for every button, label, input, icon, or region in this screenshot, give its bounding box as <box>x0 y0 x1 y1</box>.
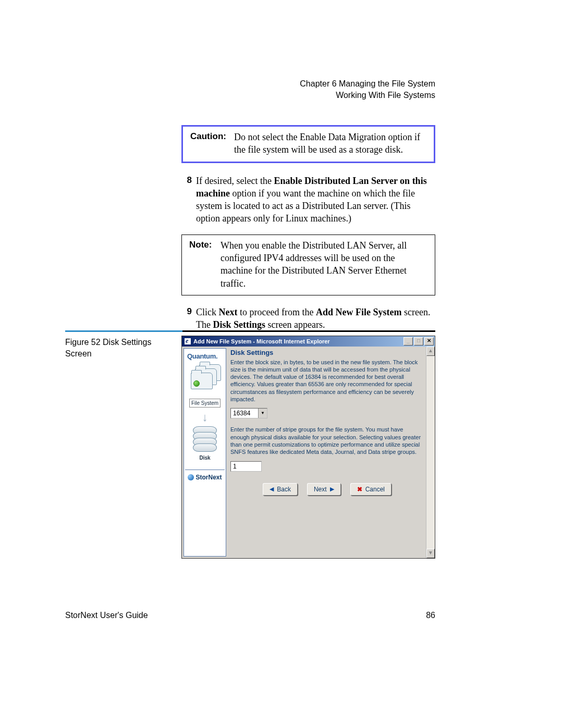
ie-icon <box>184 338 191 345</box>
dialog-para-stripe: Enter the number of stripe groups for th… <box>230 426 423 455</box>
product-logo: StorNext <box>185 470 225 482</box>
caution-label: Caution: <box>190 131 234 156</box>
window-title: Add New File System - Microsoft Internet… <box>193 338 330 346</box>
brand-logo: Quantum. <box>185 352 217 361</box>
block-size-select[interactable]: ▼ <box>230 408 267 418</box>
chapter-line: Chapter 6 Managing the File System <box>300 78 435 90</box>
window-minimize-button[interactable]: _ <box>403 337 413 346</box>
wizard-sidebar: Quantum. File System ↓ Disk <box>183 348 226 557</box>
step-body: If desired, select the Enable Distribute… <box>196 175 435 225</box>
note-box: Note: When you enable the Distributed LA… <box>181 235 435 295</box>
disk-icon <box>191 426 218 452</box>
vertical-scrollbar[interactable]: ▲ ▼ <box>426 347 435 558</box>
filesystem-icon <box>190 366 220 397</box>
next-button[interactable]: Next ▶ <box>307 483 341 496</box>
step-9: 9 Click Next to proceed from the Add New… <box>181 306 435 331</box>
disk-label: Disk <box>198 454 212 462</box>
caution-text: Do not select the Enable Data Migration … <box>234 131 426 156</box>
step-8: 8 If desired, select the Enable Distribu… <box>181 175 435 225</box>
window-maximize-button[interactable]: □ <box>414 337 423 346</box>
triangle-right-icon: ▶ <box>330 485 334 493</box>
page-header: Chapter 6 Managing the File System Worki… <box>300 78 435 101</box>
arrow-down-icon: ↓ <box>202 412 208 423</box>
dialog-para-blocksize: Enter the block size, in bytes, to be us… <box>230 359 423 403</box>
footer-guide: StorNext User's Guide <box>65 610 148 621</box>
dialog-heading: Disk Settings <box>230 348 423 357</box>
window-titlebar: Add New File System - Microsoft Internet… <box>182 336 435 347</box>
cancel-button[interactable]: ✖ Cancel <box>350 483 391 496</box>
caution-box: Caution: Do not select the Enable Data M… <box>181 125 435 163</box>
wizard-button-bar: ◀ Back Next ▶ ✖ Cancel <box>230 479 423 500</box>
figure-rule <box>65 330 435 332</box>
section-line: Working With File Systems <box>300 90 435 101</box>
stripe-groups-input[interactable] <box>230 461 262 472</box>
note-label: Note: <box>189 239 221 290</box>
triangle-left-icon: ◀ <box>270 485 274 493</box>
scroll-up-icon[interactable]: ▲ <box>426 347 435 356</box>
globe-icon <box>188 474 194 480</box>
footer-page-number: 86 <box>426 610 435 621</box>
step-body: Click Next to proceed from the Add New F… <box>196 306 435 331</box>
step-number: 9 <box>181 306 192 331</box>
step-number: 8 <box>181 175 192 225</box>
filesystem-label: File System <box>189 399 221 408</box>
window-close-button[interactable]: ✕ <box>424 337 434 346</box>
chevron-down-icon[interactable]: ▼ <box>258 409 267 418</box>
block-size-input[interactable] <box>231 409 258 418</box>
dialog-main: Disk Settings Enter the block size, in b… <box>230 348 433 557</box>
close-icon: ✖ <box>357 485 362 493</box>
ie-window: Add New File System - Microsoft Internet… <box>181 336 435 559</box>
scroll-down-icon[interactable]: ▼ <box>426 549 435 558</box>
back-button[interactable]: ◀ Back <box>263 483 298 496</box>
page-footer: StorNext User's Guide 86 <box>65 610 435 621</box>
note-text: When you enable the Distributed LAN Serv… <box>221 239 427 290</box>
figure-caption: Figure 52 Disk Settings Screen <box>65 337 169 359</box>
